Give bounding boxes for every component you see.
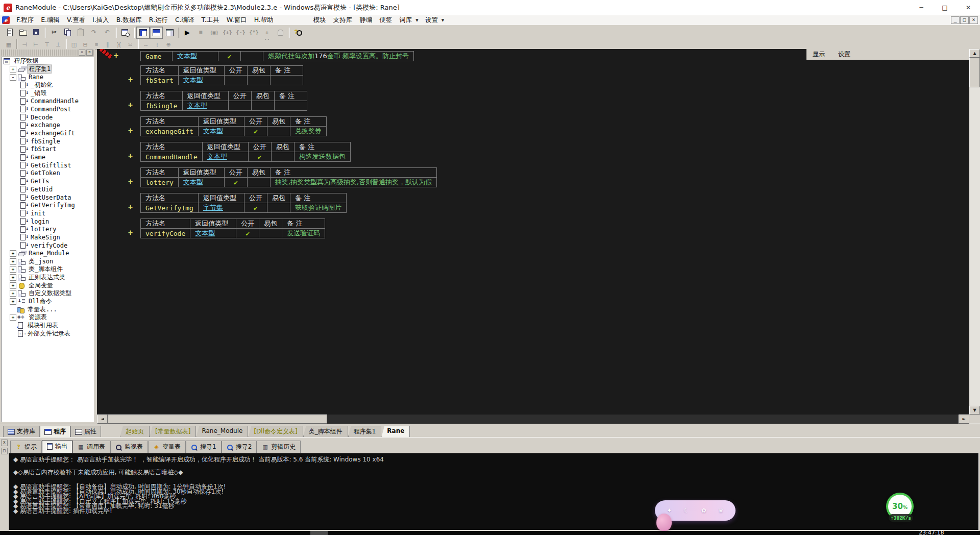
tree-toggle-icon[interactable]: + <box>10 298 16 305</box>
ime-mascot[interactable] <box>656 514 672 531</box>
tree-toggle-icon[interactable]: + <box>10 314 16 321</box>
epackage-flag-cell[interactable] <box>247 178 270 187</box>
document-tab[interactable]: Rane <box>381 426 410 437</box>
document-tab[interactable]: [常量数据表] <box>150 426 196 437</box>
document-tab[interactable]: 起始页 <box>120 426 150 437</box>
comment-cell[interactable] <box>274 101 307 111</box>
output-tab[interactable]: ?提示 <box>10 441 42 453</box>
editor-vertical-scrollbar[interactable]: ▲ ▼ <box>969 49 980 424</box>
center-h-icon[interactable]: ◫ <box>68 41 80 48</box>
tree-item[interactable]: +类_脚本组件 <box>2 265 93 274</box>
menu-item[interactable]: 静编 <box>356 15 376 25</box>
scroll-up-icon[interactable]: ▲ <box>969 49 980 58</box>
tree-item[interactable]: +Rane_Module <box>2 250 93 258</box>
tree-toggle-icon[interactable]: + <box>10 250 16 257</box>
tree-item[interactable]: CommandHandle <box>2 97 93 105</box>
method-name-cell[interactable]: verifyCode <box>141 229 190 238</box>
comment-cell[interactable]: 发送验证码 <box>282 229 325 238</box>
tree-item[interactable]: +正则表达式类 <box>2 274 93 282</box>
side-panel-tab[interactable]: 设置 <box>838 50 850 59</box>
run-icon[interactable] <box>181 27 194 39</box>
help-find-icon[interactable] <box>291 27 305 39</box>
return-type-cell[interactable]: 文本型 <box>178 178 224 187</box>
tree-item[interactable]: -Rane <box>2 73 93 81</box>
return-type-cell[interactable]: 文本型 <box>190 229 236 238</box>
stop-icon[interactable] <box>194 27 207 39</box>
epackage-flag-cell[interactable] <box>247 76 270 85</box>
tree-toggle-icon[interactable]: + <box>10 282 16 289</box>
output-tab[interactable]: 搜寻2 <box>222 441 257 453</box>
vertical-scroll-thumb[interactable] <box>969 58 980 87</box>
epackage-flag-cell[interactable] <box>267 203 290 213</box>
fit-both-icon[interactable]: ⊕ <box>163 41 174 48</box>
maximize-button[interactable]: □ <box>933 0 957 15</box>
public-flag-cell[interactable]: ✔ <box>224 178 247 187</box>
add-parameter-button[interactable]: + <box>128 178 133 186</box>
epackage-flag-cell[interactable] <box>267 127 290 136</box>
tree-item[interactable]: GetTs <box>2 177 93 185</box>
menu-item[interactable]: C.编译 <box>172 15 198 25</box>
snap-bottom-icon[interactable]: ⊥ <box>53 41 64 48</box>
public-flag-cell[interactable] <box>228 101 251 111</box>
menu-item[interactable]: R.运行 <box>145 15 172 25</box>
tree-item[interactable]: 程序数据 <box>2 57 93 65</box>
undo-icon[interactable] <box>101 27 114 39</box>
menu-item[interactable]: F.程序 <box>13 15 37 25</box>
menu-item[interactable]: 支持库 <box>330 15 356 25</box>
copy-icon[interactable] <box>61 27 74 39</box>
tree-toggle-icon[interactable]: + <box>10 274 16 281</box>
tree-toggle-icon[interactable]: + <box>10 258 16 265</box>
scroll-down-icon[interactable]: ▼ <box>969 406 980 415</box>
layout-left-icon[interactable] <box>136 27 150 39</box>
layout-top-icon[interactable] <box>150 27 163 39</box>
menu-item[interactable]: 便签 <box>376 15 396 25</box>
space-v-icon[interactable]: ≍ <box>125 41 136 48</box>
public-flag-cell[interactable] <box>224 76 247 85</box>
add-parameter-button[interactable]: + <box>128 229 133 237</box>
project-panel-header[interactable]: ▫ ✕ <box>1 50 94 56</box>
minimize-button[interactable]: ─ <box>910 0 933 15</box>
panel-close-icon[interactable]: ✕ <box>86 50 93 56</box>
snap-left-icon[interactable]: ⊣ <box>19 41 30 48</box>
method-name-cell[interactable]: CommandHandle <box>141 152 203 162</box>
menu-item[interactable]: H.帮助 <box>251 15 277 25</box>
method-name-cell[interactable]: GetVerifyImg <box>141 203 199 213</box>
menu-item[interactable]: W.窗口 <box>223 15 251 25</box>
tree-item[interactable]: 外部文件记录表 <box>2 329 93 337</box>
step-over-icon[interactable] <box>234 27 247 39</box>
center-v-icon[interactable]: ⊟ <box>80 41 91 48</box>
step-out-icon[interactable] <box>247 27 260 39</box>
tree-item[interactable]: 常量表... <box>2 305 93 313</box>
layout-grid-icon[interactable] <box>163 27 176 39</box>
editor-horizontal-scrollbar[interactable]: ◄ ► <box>97 415 969 424</box>
document-tab[interactable]: 程序集1 <box>348 426 382 437</box>
run-to-cursor-icon[interactable] <box>260 27 274 39</box>
close-button[interactable]: ✕ <box>957 0 980 15</box>
panel-dock-icon[interactable]: ▫ <box>79 50 85 56</box>
tree-item[interactable]: +程序集1 <box>2 65 93 74</box>
output-tab[interactable]: ▥剪辑历史 <box>257 441 301 453</box>
tree-item[interactable]: exchangeGift <box>2 129 93 137</box>
tree-toggle-icon[interactable]: + <box>10 266 16 273</box>
tree-item[interactable]: lottery <box>2 225 93 233</box>
tree-item[interactable]: CommandPost <box>2 105 93 113</box>
tree-item[interactable]: GetToken <box>2 169 93 178</box>
form-grid-icon[interactable]: ▦ <box>3 41 14 48</box>
method-name-cell[interactable]: exchangeGift <box>141 127 199 136</box>
menu-item[interactable]: V.查看 <box>63 15 89 25</box>
scroll-right-icon[interactable]: ► <box>959 415 969 424</box>
output-tab[interactable]: 监视表 <box>110 441 148 453</box>
tree-item[interactable]: _销毁 <box>2 89 93 98</box>
save-icon[interactable] <box>30 27 43 39</box>
menu-item[interactable]: 模块 <box>310 15 330 25</box>
step-in-icon[interactable] <box>220 27 234 39</box>
snap-top-icon[interactable]: ⊤ <box>41 41 53 48</box>
paste-icon[interactable] <box>74 27 87 39</box>
same-width-icon[interactable]: ≡ <box>91 41 102 48</box>
dropdown-arrow-icon[interactable]: ▼ <box>415 18 421 22</box>
return-type-cell[interactable]: 文本型 <box>178 76 224 85</box>
tree-item[interactable]: GetUid <box>2 185 93 193</box>
return-type-cell[interactable]: 字节集 <box>198 203 244 213</box>
tree-item[interactable]: GetGiftlist <box>2 161 93 169</box>
same-height-icon[interactable]: ∥ <box>102 41 113 48</box>
